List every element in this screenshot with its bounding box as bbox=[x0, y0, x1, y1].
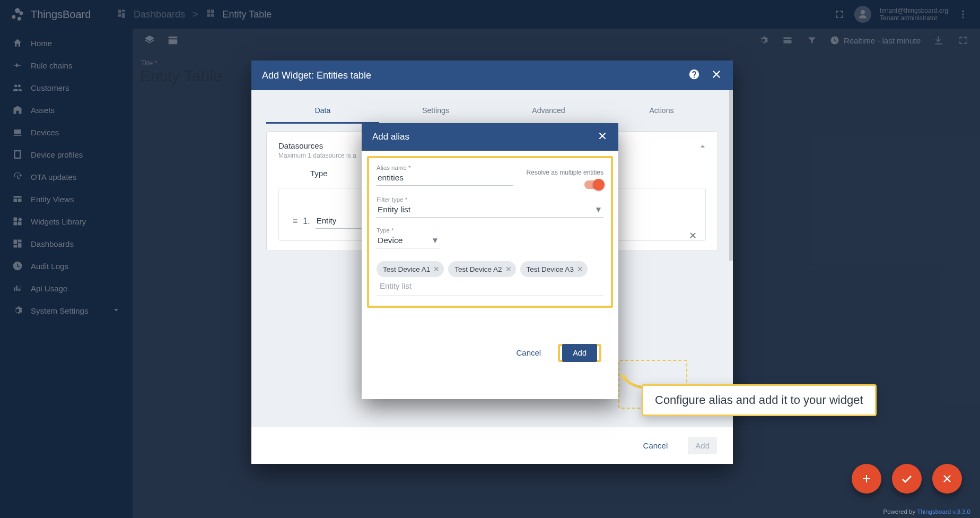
entity-type-label: Type * bbox=[377, 227, 440, 234]
tab-advanced[interactable]: Advanced bbox=[492, 100, 605, 124]
resolve-multiple-label: Resolve as multiple entities bbox=[527, 169, 603, 176]
entity-chip[interactable]: Test Device A3✕ bbox=[520, 261, 588, 277]
add-widget-footer: Cancel Add bbox=[251, 427, 733, 464]
alias-form-highlight: Alias name * entities Resolve as multipl… bbox=[367, 156, 613, 308]
scrollbar[interactable] bbox=[729, 90, 733, 261]
chip-remove-icon[interactable]: ✕ bbox=[577, 265, 583, 273]
add-alias-dialog-title: Add alias bbox=[372, 132, 409, 142]
add-button-highlight: Add bbox=[558, 344, 601, 362]
chip-remove-icon[interactable]: ✕ bbox=[505, 265, 512, 273]
entity-chips[interactable]: Test Device A1✕ Test Device A2✕ Test Dev… bbox=[377, 258, 603, 296]
alias-name-input[interactable]: entities bbox=[377, 171, 513, 186]
add-widget-dialog-title: Add Widget: Entities table bbox=[262, 70, 371, 81]
help-icon[interactable] bbox=[688, 68, 700, 82]
footer-link[interactable]: Thingsboard v.3.3.0 bbox=[917, 508, 970, 515]
chip-label: Test Device A2 bbox=[454, 265, 502, 273]
drag-handle-icon[interactable]: ≡ bbox=[293, 217, 298, 226]
add-alias-dialog: Add alias Alias name * entities Resolve … bbox=[362, 123, 618, 399]
footer: Powered by Thingsboard v.3.3.0 bbox=[883, 508, 970, 515]
fab-apply[interactable] bbox=[892, 464, 922, 494]
remove-datasource-icon[interactable]: ✕ bbox=[689, 230, 697, 241]
dropdown-arrow-icon: ▼ bbox=[431, 236, 439, 245]
type-column-label: Type bbox=[310, 169, 328, 178]
filter-type-value: Entity list bbox=[378, 205, 410, 214]
addwidget-cancel-button[interactable]: Cancel bbox=[636, 437, 676, 454]
add-alias-dialog-header: Add alias bbox=[362, 123, 618, 151]
add-widget-dialog-header: Add Widget: Entities table bbox=[251, 61, 733, 90]
filter-type-label: Filter type * bbox=[377, 196, 603, 203]
chip-label: Test Device A3 bbox=[527, 265, 574, 273]
close-icon[interactable] bbox=[597, 131, 608, 143]
footer-prefix: Powered by bbox=[883, 508, 917, 515]
chevron-up-icon[interactable] bbox=[697, 141, 708, 154]
tabs: Data Settings Advanced Actions bbox=[266, 100, 718, 124]
entity-chip[interactable]: Test Device A2✕ bbox=[448, 261, 515, 277]
dropdown-arrow-icon: ▼ bbox=[594, 205, 602, 214]
annotation-text: Configure alias and add it to your widge… bbox=[655, 393, 863, 407]
add-alias-footer: Cancel Add bbox=[367, 336, 613, 362]
fab-add[interactable] bbox=[852, 464, 881, 494]
alias-cancel-button[interactable]: Cancel bbox=[509, 344, 548, 362]
fab-cancel[interactable] bbox=[932, 464, 962, 494]
resolve-multiple-toggle[interactable] bbox=[584, 180, 603, 189]
entity-type-value: Device bbox=[378, 236, 402, 245]
alias-add-button[interactable]: Add bbox=[562, 344, 597, 362]
tab-actions[interactable]: Actions bbox=[605, 100, 718, 124]
tab-settings[interactable]: Settings bbox=[379, 100, 492, 124]
alias-name-value: entities bbox=[378, 173, 404, 183]
entity-chip[interactable]: Test Device A1✕ bbox=[377, 261, 444, 277]
alias-name-label: Alias name * bbox=[377, 165, 513, 171]
row-index: 1. bbox=[303, 217, 310, 226]
datasource-type-select[interactable]: Entity bbox=[316, 214, 363, 229]
tab-data[interactable]: Data bbox=[266, 100, 379, 124]
alias-body: Alias name * entities Resolve as multipl… bbox=[362, 151, 618, 362]
fab-row bbox=[852, 464, 962, 494]
chip-label: Test Device A1 bbox=[383, 265, 430, 273]
entity-list-input[interactable]: Entity list bbox=[380, 281, 412, 290]
entity-type-select[interactable]: Device ▼ bbox=[377, 234, 440, 248]
filter-type-select[interactable]: Entity list ▼ bbox=[377, 203, 603, 218]
addwidget-add-button[interactable]: Add bbox=[688, 437, 717, 454]
close-icon[interactable] bbox=[711, 68, 722, 82]
chip-remove-icon[interactable]: ✕ bbox=[433, 265, 440, 273]
annotation-tooltip: Configure alias and add it to your widge… bbox=[642, 384, 877, 416]
